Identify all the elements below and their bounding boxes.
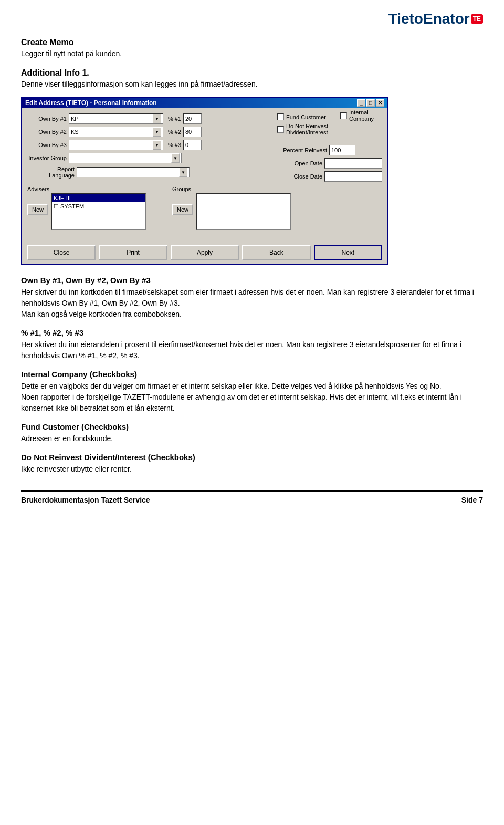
apply-button[interactable]: Apply: [171, 245, 239, 260]
own-by-body-section: Own By #1, Own By #2, Own By #3 Her skri…: [21, 276, 483, 320]
titlebar-buttons[interactable]: _ □ ✕: [357, 99, 384, 107]
additional-info-title: Additional Info 1.: [21, 68, 483, 78]
percent-reinvest-row: Percent Reinvest: [277, 145, 382, 155]
pct-2-label: % #2: [165, 129, 181, 135]
edit-address-dialog: Edit Address (TIETO) - Personal Informat…: [21, 97, 388, 265]
pct-body-section: % #1, % #2, % #3 Her skriver du inn eier…: [21, 328, 483, 361]
own-by-3-label: Own By #3: [27, 142, 67, 148]
header: TietoEnator TE: [21, 11, 483, 27]
advisers-groups-section: Advisers New KJETIL ☐ SYSTEM Groups New: [27, 186, 382, 230]
advisers-new-button[interactable]: New: [27, 204, 48, 215]
logo: TietoEnator TE: [388, 11, 483, 27]
do-not-reinvest-label: Do Not Reinvest Divident/Interest: [286, 123, 365, 135]
own-by-section-text: Her skriver du inn kortkoden til firmaet…: [21, 287, 483, 320]
investor-group-combo[interactable]: ▼: [69, 153, 182, 163]
footer-right-text: Side 7: [461, 496, 483, 504]
additional-info-desc: Denne viser tilleggsinformasjon som kan …: [21, 80, 483, 88]
do-not-reinvest-body-section: Do Not Reinvest Divident/Interest (Check…: [21, 453, 483, 475]
pct-section-title: % #1, % #2, % #3: [21, 328, 483, 337]
close-button[interactable]: Close: [27, 245, 96, 260]
next-button[interactable]: Next: [314, 245, 382, 260]
open-date-row: Open Date: [277, 158, 382, 169]
own-by-1-value: KP: [71, 116, 79, 122]
internal-company-section-text: Dette er en valgboks der du velger om fi…: [21, 381, 483, 414]
own-by-1-label: Own By #1: [27, 116, 67, 122]
own-by-2-combo[interactable]: KS ▼: [69, 127, 163, 137]
pct-1-label: % #1: [165, 116, 181, 122]
internal-company-body-section: Internal Company (Checkboks) Dette er en…: [21, 370, 483, 414]
pct-3-label: % #3: [165, 142, 181, 148]
advisers-list-row: New KJETIL ☐ SYSTEM: [27, 193, 146, 230]
percent-reinvest-label: Percent Reinvest: [277, 147, 327, 153]
own-by-2-label: Own By #2: [27, 129, 67, 135]
pct-3-input[interactable]: [183, 140, 202, 150]
own-by-2-row: Own By #2 KS ▼ % #2: [27, 127, 261, 137]
groups-list-row: New: [172, 193, 291, 230]
own-by-2-arrow[interactable]: ▼: [153, 127, 161, 137]
close-titlebar-button[interactable]: ✕: [376, 99, 384, 107]
do-not-reinvest-section-title: Do Not Reinvest Divident/Interest (Check…: [21, 453, 483, 462]
dialog-content: Own By #1 KP ▼ % #1 Own By #2 KS ▼ % #2: [22, 108, 387, 241]
maximize-button[interactable]: □: [366, 99, 375, 107]
groups-listbox[interactable]: [196, 193, 291, 230]
do-not-reinvest-row: Do Not Reinvest Divident/Interest: [277, 123, 382, 135]
form-right: Fund Customer Do Not Reinvest Divident/I…: [267, 113, 382, 182]
create-memo-desc: Legger til nytt notat på kunden.: [21, 49, 483, 58]
fund-customer-section-title: Fund Customer (Checkboks): [21, 422, 483, 431]
form-left: Own By #1 KP ▼ % #1 Own By #2 KS ▼ % #2: [27, 113, 261, 182]
own-by-section-title: Own By #1, Own By #2, Own By #3: [21, 276, 483, 285]
own-by-3-row: Own By #3 ▼ % #3: [27, 140, 261, 150]
adviser-item-kjetil[interactable]: KJETIL: [52, 194, 145, 202]
footer: Brukerdokumentasjon Tazett Service Side …: [21, 490, 483, 504]
own-by-3-arrow[interactable]: ▼: [153, 140, 161, 150]
close-date-row: Close Date: [277, 171, 382, 182]
internal-company-section-title: Internal Company (Checkboks): [21, 370, 483, 379]
fund-customer-checkbox[interactable]: [277, 113, 284, 120]
percent-reinvest-input[interactable]: [329, 145, 355, 155]
advisers-label: Advisers: [27, 186, 146, 192]
fund-customer-body-section: Fund Customer (Checkboks) Adressen er en…: [21, 422, 483, 444]
print-button[interactable]: Print: [99, 245, 167, 260]
report-language-label: ReportLanguage: [27, 166, 75, 179]
dialog-buttons: Close Print Apply Back Next: [22, 241, 387, 264]
own-by-1-row: Own By #1 KP ▼ % #1: [27, 113, 261, 124]
internal-company-row: InternalCompany: [340, 109, 374, 122]
pct-2-input[interactable]: [183, 127, 202, 137]
pct-section-text: Her skriver du inn eierandelen i prosent…: [21, 339, 483, 361]
groups-label: Groups: [172, 186, 291, 192]
groups-new-button[interactable]: New: [172, 204, 193, 215]
right-col: Fund Customer Do Not Reinvest Divident/I…: [277, 113, 382, 182]
back-button[interactable]: Back: [242, 245, 310, 260]
advisers-listbox[interactable]: KJETIL ☐ SYSTEM: [51, 193, 146, 230]
open-date-input[interactable]: [324, 158, 382, 169]
own-by-3-combo[interactable]: ▼: [69, 140, 163, 150]
create-memo-title: Create Memo: [21, 38, 483, 47]
close-date-input[interactable]: [324, 171, 382, 182]
fund-customer-label: Fund Customer: [286, 114, 326, 120]
create-memo-section: Create Memo Legger til nytt notat på kun…: [21, 38, 483, 58]
report-language-combo[interactable]: ▼: [77, 167, 190, 177]
report-language-row: ReportLanguage ▼: [27, 166, 261, 179]
form-main: Own By #1 KP ▼ % #1 Own By #2 KS ▼ % #2: [27, 113, 382, 182]
own-by-2-value: KS: [71, 129, 79, 135]
internal-company-checkbox[interactable]: [340, 112, 347, 119]
dialog-titlebar: Edit Address (TIETO) - Personal Informat…: [22, 98, 387, 108]
report-language-arrow[interactable]: ▼: [179, 168, 187, 177]
investor-group-arrow[interactable]: ▼: [171, 153, 180, 163]
close-date-label: Close Date: [277, 173, 322, 180]
minimize-button[interactable]: _: [357, 99, 365, 107]
own-by-1-arrow[interactable]: ▼: [153, 114, 161, 123]
do-not-reinvest-section-text: Ikke reinvester utbytte eller renter.: [21, 464, 483, 475]
own-by-1-combo[interactable]: KP ▼: [69, 113, 163, 124]
dialog-title: Edit Address (TIETO) - Personal Informat…: [25, 99, 157, 107]
investor-group-row: Investor Group ▼: [27, 153, 261, 163]
logo-badge: TE: [471, 14, 483, 24]
groups-section: Groups New: [172, 186, 291, 230]
investor-group-label: Investor Group: [27, 155, 67, 161]
pct-1-input[interactable]: [183, 113, 202, 124]
advisers-section: Advisers New KJETIL ☐ SYSTEM: [27, 186, 146, 230]
logo-text: TietoEnator: [388, 11, 470, 27]
do-not-reinvest-checkbox[interactable]: [277, 126, 284, 133]
footer-left-text: Brukerdokumentasjon Tazett Service: [21, 496, 150, 504]
adviser-item-system[interactable]: ☐ SYSTEM: [52, 202, 145, 211]
